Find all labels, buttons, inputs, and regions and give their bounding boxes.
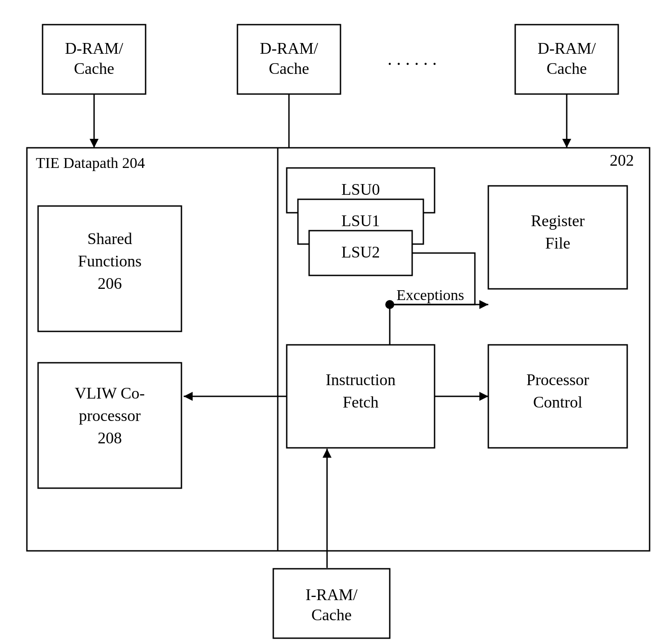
- lsu1-label: LSU1: [341, 212, 380, 230]
- vliw-label3: 208: [98, 429, 122, 447]
- iram-label2: Cache: [311, 606, 352, 624]
- vliw-box: [38, 363, 181, 488]
- vliw-label2: processor: [79, 407, 141, 425]
- lsu2-label: LSU2: [341, 243, 380, 261]
- ellipsis: . . . . . .: [388, 49, 437, 69]
- exceptions-label: Exceptions: [396, 287, 464, 303]
- processor-control-label2: Control: [533, 393, 582, 411]
- svg-marker-5: [562, 139, 571, 148]
- tie-datapath-label: TIE Datapath 204: [36, 155, 145, 171]
- shared-functions-label1: Shared: [87, 230, 132, 248]
- iram-label1: I-RAM/: [306, 586, 358, 604]
- dram1-label: D-RAM/: [65, 39, 123, 57]
- vliw-label1: VLIW Co-: [75, 384, 145, 402]
- dram3-label: D-RAM/: [538, 39, 596, 57]
- diagram-container: D-RAM/ Cache D-RAM/ Cache . . . . . . D-…: [0, 0, 672, 644]
- dram3-label2: Cache: [547, 60, 587, 77]
- dram2-label: D-RAM/: [260, 39, 318, 57]
- shared-functions-label3: 206: [98, 275, 122, 292]
- register-file-label2: File: [545, 234, 570, 252]
- register-file-label1: Register: [531, 212, 585, 230]
- svg-marker-1: [90, 139, 99, 148]
- instruction-fetch-label2: Fetch: [343, 393, 379, 411]
- label-202: 202: [610, 151, 634, 169]
- dram2-label2: Cache: [269, 60, 309, 77]
- lsu0-label: LSU0: [341, 180, 380, 198]
- processor-control-label1: Processor: [526, 371, 589, 389]
- dram1-label2: Cache: [74, 60, 114, 77]
- shared-functions-label2: Functions: [78, 252, 142, 270]
- instruction-fetch-label1: Instruction: [326, 371, 396, 389]
